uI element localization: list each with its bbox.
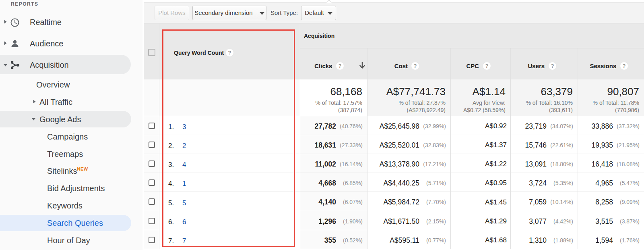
svg-text:?: ? bbox=[338, 63, 341, 69]
svg-text:?: ? bbox=[622, 63, 625, 69]
svg-text:?: ? bbox=[485, 63, 488, 69]
svg-text:?: ? bbox=[414, 63, 417, 69]
svg-text:?: ? bbox=[551, 63, 554, 69]
